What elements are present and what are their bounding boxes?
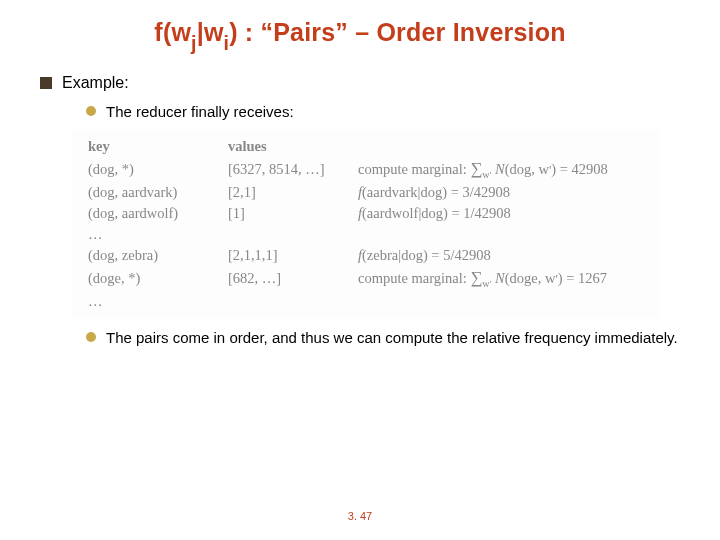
table-header-values: values [222,136,352,157]
title-part-rest: ) : “Pairs” – Order Inversion [229,18,565,46]
round-bullet-icon [86,106,96,116]
cell-comp: f(zebra|dog) = 5/42908 [352,245,650,266]
cell-comp: f(aardvark|dog) = 3/42908 [352,182,650,203]
table-row: (dog, zebra) [2,1,1,1] f(zebra|dog) = 5/… [82,245,650,266]
slide-title: f(wj|wi) : “Pairs” – Order Inversion [30,18,690,52]
cell-key: … [82,291,222,312]
title-sub-j: j [191,32,197,54]
table-row: (dog, *) [6327, 8514, …] compute margina… [82,157,650,182]
square-bullet-icon [40,77,52,89]
cell-comp: f(aardwolf|dog) = 1/42908 [352,203,650,224]
cell-key: (doge, *) [82,266,222,291]
table-row: (doge, *) [682, …] compute marginal: ∑w'… [82,266,650,291]
reducer-table: key values (dog, *) [6327, 8514, …] comp… [72,130,660,318]
title-sub-i: i [224,32,230,54]
title-part-fw: f(w [154,18,191,46]
table-row: … [82,224,650,245]
cell-key: (dog, aardvark) [82,182,222,203]
table-row: … [82,291,650,312]
cell-values: [1] [222,203,352,224]
round-bullet-icon [86,332,96,342]
cell-key: (dog, aardwolf) [82,203,222,224]
table-row: (dog, aardvark) [2,1] f(aardvark|dog) = … [82,182,650,203]
bullet-example: Example: [40,74,690,92]
table-row: (dog, aardwolf) [1] f(aardwolf|dog) = 1/… [82,203,650,224]
example-label: Example: [62,74,129,92]
cell-values: [2,1] [222,182,352,203]
page-number: 3. 47 [0,510,720,522]
cell-values: [6327, 8514, …] [222,157,352,182]
table-header-key: key [82,136,222,157]
title-part-barw: |w [197,18,224,46]
cell-values: [682, …] [222,266,352,291]
sub2-text: The pairs come in order, and thus we can… [106,328,678,348]
bullet-sub2: The pairs come in order, and thus we can… [86,328,690,348]
sub1-text: The reducer finally receives: [106,102,294,122]
cell-key: (dog, *) [82,157,222,182]
cell-comp: compute marginal: ∑w' N(doge, w') = 1267 [352,266,650,291]
bullet-sub1: The reducer finally receives: [86,102,690,122]
cell-values: [2,1,1,1] [222,245,352,266]
cell-key: … [82,224,222,245]
cell-key: (dog, zebra) [82,245,222,266]
cell-comp: compute marginal: ∑w' N(dog, w') = 42908 [352,157,650,182]
